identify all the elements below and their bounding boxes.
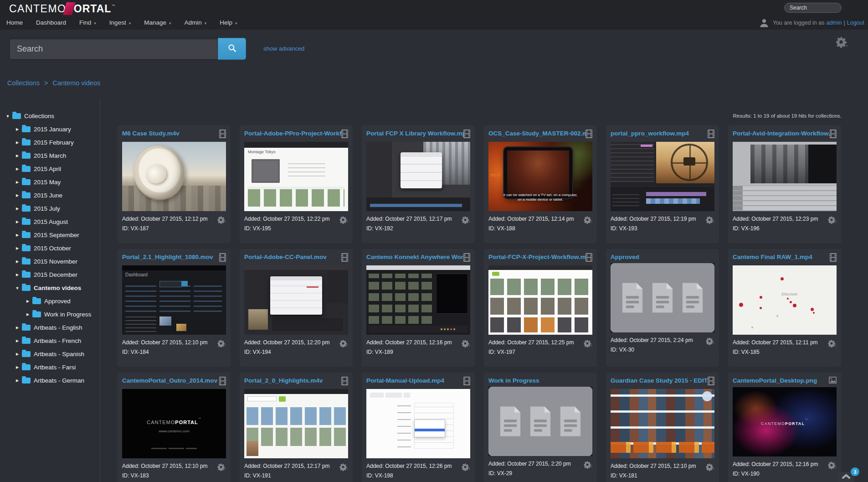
asset-card[interactable]: Portal FCP X Library Workflow.mp4 Added:…	[362, 125, 475, 243]
sidebar-item-work-in-progress[interactable]: ▶ Work in Progress	[0, 308, 100, 321]
asset-card[interactable]: Portal-FCP-X-Project-Workflow.m... Added…	[484, 249, 597, 367]
sidebar-item-cantemo-videos[interactable]: ▼ Cantemo videos	[0, 281, 100, 295]
tree-toggle-icon[interactable]: ▶	[14, 246, 21, 250]
asset-actions-gear[interactable]: ▾	[339, 339, 348, 347]
asset-card[interactable]: Portal-Manual-Upload.mp4 Added: October …	[362, 373, 475, 482]
asset-title-link[interactable]: M6 Case Study.m4v	[122, 129, 219, 138]
asset-card[interactable]: CantemoPortal_Outro_2014.mov CANTEMOPORT…	[118, 373, 231, 482]
tree-toggle-icon[interactable]: ▼	[14, 286, 21, 290]
asset-actions-gear[interactable]: ▾	[339, 463, 348, 471]
show-advanced-link[interactable]: show advanced	[263, 45, 304, 52]
sidebar-item-approved[interactable]: ▶ Approved	[0, 295, 100, 308]
asset-card[interactable]: OCS_Case-Study_MASTER-002.m... It can be…	[484, 125, 597, 243]
sidebar-item-artbeats-german[interactable]: ▶ Artbeats - German	[0, 374, 100, 387]
topbar-search-input[interactable]	[784, 3, 842, 13]
asset-thumbnail[interactable]	[733, 142, 837, 211]
asset-card[interactable]: Work in Progress Added: October 27 2015,…	[484, 373, 597, 482]
tree-toggle-icon[interactable]: ▶	[14, 207, 21, 211]
admin-user-link[interactable]: admin	[826, 20, 842, 26]
asset-thumbnail[interactable]	[611, 263, 714, 332]
sidebar-item-2015-october[interactable]: ▶ 2015 October	[0, 242, 100, 255]
asset-title-link[interactable]: Portal_2_0_Highlights.m4v	[244, 376, 341, 385]
asset-title-link[interactable]: Portal-Adobe-CC-Panel.mov	[244, 253, 341, 261]
asset-title-link[interactable]: Guardian Case Study 2015 - EDIT ...	[611, 376, 708, 385]
tree-toggle-icon[interactable]: ▶	[14, 193, 21, 197]
asset-thumbnail[interactable]	[488, 265, 592, 335]
asset-thumbnail[interactable]	[244, 389, 348, 458]
tree-toggle-icon[interactable]: ▶	[14, 326, 21, 330]
asset-card[interactable]: Approved Added: October 27 2015, 2:24 pm…	[606, 249, 719, 367]
asset-card[interactable]: Cantemo Final RAW_1.mp4 Discover Added: …	[728, 249, 841, 367]
search-button[interactable]	[218, 38, 246, 60]
asset-card[interactable]: Portal_2.1_Highlight_1080.mov Dashboard …	[118, 249, 231, 367]
asset-thumbnail[interactable]	[366, 142, 470, 211]
tree-toggle-icon[interactable]: ▶	[14, 378, 21, 383]
asset-actions-gear[interactable]: ▾	[827, 461, 837, 469]
sidebar-item-2015-april[interactable]: ▶ 2015 April	[0, 162, 100, 176]
asset-title-link[interactable]: Portal-FCP-X-Project-Workflow.m...	[488, 253, 586, 261]
sidebar-item-2015-december[interactable]: ▶ 2015 December	[0, 268, 100, 281]
asset-actions-gear[interactable]: ▾	[705, 463, 714, 471]
asset-thumbnail[interactable]	[122, 142, 226, 211]
asset-thumbnail[interactable]: It can be watched on a TV set, on a comp…	[488, 142, 592, 211]
nav-item-admin[interactable]: Admin ▾	[185, 19, 207, 26]
asset-thumbnail[interactable]: Montage Tokyo	[244, 142, 348, 211]
sidebar-item-2015-march[interactable]: ▶ 2015 March	[0, 149, 100, 162]
tree-toggle-icon[interactable]: ▶	[14, 180, 21, 184]
asset-actions-gear[interactable]: ▾	[827, 216, 837, 224]
cantemo-portal-logo[interactable]: CANTEMO PORTAL ™	[9, 2, 115, 14]
sidebar-item-collections[interactable]: ▼ Collections	[0, 109, 100, 123]
asset-title-link[interactable]: Cantemo Final RAW_1.mp4	[733, 253, 830, 261]
sidebar-item-2015-february[interactable]: ▶ 2015 February	[0, 136, 100, 149]
sidebar-item-2015-september[interactable]: ▶ 2015 September	[0, 228, 100, 242]
asset-title-link[interactable]: CantemoPortal_Outro_2014.mov	[122, 376, 219, 385]
asset-actions-gear[interactable]: ▾	[217, 216, 226, 224]
nav-item-home[interactable]: Home	[6, 19, 23, 26]
asset-thumbnail[interactable]	[366, 389, 470, 458]
main-search-input[interactable]	[9, 38, 218, 60]
tree-toggle-icon[interactable]: ▶	[14, 273, 21, 277]
tree-toggle-icon[interactable]: ▶	[14, 127, 21, 131]
nav-item-ingest[interactable]: Ingest ▾	[109, 19, 131, 26]
sidebar-item-2015-june[interactable]: ▶ 2015 June	[0, 189, 100, 202]
asset-actions-gear[interactable]: ▾	[461, 216, 470, 224]
tree-toggle-icon[interactable]: ▶	[14, 339, 21, 343]
asset-actions-gear[interactable]: ▾	[705, 337, 714, 345]
asset-title-link[interactable]: Portal FCP X Library Workflow.mp4	[366, 129, 463, 138]
sidebar-item-artbeats-spanish[interactable]: ▶ Artbeats - Spanish	[0, 347, 100, 361]
asset-title-link[interactable]: Approved	[611, 253, 714, 261]
asset-card[interactable]: Portal-Adobe-PPro-Project-Workfl.. Monta…	[240, 125, 353, 243]
asset-thumbnail[interactable]	[244, 265, 348, 335]
tree-toggle-icon[interactable]: ▶	[14, 259, 21, 264]
sidebar-item-artbeats-french[interactable]: ▶ Artbeats - French	[0, 334, 100, 347]
asset-actions-gear[interactable]: ▾	[827, 339, 837, 347]
tree-toggle-icon[interactable]: ▶	[14, 154, 21, 158]
nav-item-manage[interactable]: Manage ▾	[144, 19, 171, 26]
asset-card[interactable]: Cantemo Konnekt Anywhere Work.. Added: O…	[362, 249, 475, 367]
asset-card[interactable]: Portal-Avid-Integration-Workflow.... Add…	[728, 125, 841, 243]
asset-card[interactable]: portal_ppro_workflow.mp4 Added: October …	[606, 125, 719, 243]
asset-actions-gear[interactable]: ▾	[217, 463, 226, 471]
asset-thumbnail[interactable]: CANTEMOPORTAL™	[733, 387, 837, 456]
asset-card[interactable]: CantemoPortal_Desktop.png CANTEMOPORTAL™…	[728, 373, 841, 482]
asset-actions-gear[interactable]: ▾	[583, 216, 592, 224]
tree-toggle-icon[interactable]: ▶	[14, 167, 21, 171]
asset-title-link[interactable]: CantemoPortal_Desktop.png	[733, 376, 829, 385]
sidebar-item-2015-july[interactable]: ▶ 2015 July	[0, 202, 100, 215]
tree-toggle-icon[interactable]: ▶	[25, 299, 31, 303]
asset-thumbnail[interactable]: Discover	[733, 265, 837, 335]
nav-item-help[interactable]: Help ▾	[220, 19, 237, 26]
asset-actions-gear[interactable]: ▾	[339, 216, 348, 224]
sidebar-item-2015-november[interactable]: ▶ 2015 November	[0, 255, 100, 268]
asset-card[interactable]: Guardian Case Study 2015 - EDIT ... Adde…	[606, 373, 719, 482]
tree-toggle-icon[interactable]: ▼	[5, 114, 11, 119]
asset-actions-gear[interactable]: ▾	[705, 216, 714, 224]
nav-item-find[interactable]: Find ▾	[79, 19, 96, 26]
asset-title-link[interactable]: Cantemo Konnekt Anywhere Work..	[366, 253, 463, 261]
asset-card[interactable]: M6 Case Study.m4v Added: October 27 2015…	[118, 125, 231, 243]
asset-actions-gear[interactable]: ▾	[217, 339, 226, 347]
asset-title-link[interactable]: Portal-Avid-Integration-Workflow....	[733, 129, 830, 138]
asset-title-link[interactable]: Portal-Manual-Upload.mp4	[366, 376, 463, 385]
sidebar-item-artbeats-farsi[interactable]: ▶ Artbeats - Farsi	[0, 361, 100, 374]
asset-title-link[interactable]: Portal-Adobe-PPro-Project-Workfl..	[244, 129, 341, 138]
